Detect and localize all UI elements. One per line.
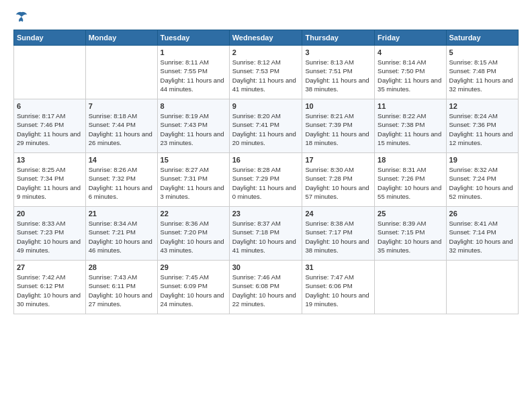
cell-date-number: 31 bbox=[305, 263, 371, 271]
day-header-friday: Friday bbox=[375, 30, 446, 46]
calendar-cell: 8Sunrise: 8:19 AM Sunset: 7:43 PM Daylig… bbox=[157, 99, 229, 153]
calendar-table: SundayMondayTuesdayWednesdayThursdayFrid… bbox=[13, 30, 519, 314]
cell-info-text: Sunrise: 8:19 AM Sunset: 7:43 PM Dayligh… bbox=[161, 111, 226, 147]
calendar-cell: 10Sunrise: 8:21 AM Sunset: 7:39 PM Dayli… bbox=[302, 99, 375, 153]
cell-date-number: 25 bbox=[378, 210, 443, 218]
cell-info-text: Sunrise: 8:41 AM Sunset: 7:14 PM Dayligh… bbox=[449, 219, 515, 255]
cell-date-number: 24 bbox=[305, 210, 371, 218]
cell-info-text: Sunrise: 8:12 AM Sunset: 7:53 PM Dayligh… bbox=[232, 58, 300, 93]
calendar-cell: 22Sunrise: 8:36 AM Sunset: 7:20 PM Dayli… bbox=[157, 207, 229, 261]
cell-date-number: 22 bbox=[161, 210, 226, 218]
calendar-cell: 11Sunrise: 8:22 AM Sunset: 7:38 PM Dayli… bbox=[375, 99, 446, 153]
calendar-week-row: 20Sunrise: 8:33 AM Sunset: 7:23 PM Dayli… bbox=[14, 207, 519, 261]
cell-date-number: 26 bbox=[449, 210, 515, 218]
calendar-cell: 5Sunrise: 8:15 AM Sunset: 7:48 PM Daylig… bbox=[446, 46, 518, 99]
calendar-cell bbox=[375, 261, 446, 314]
calendar-cell: 9Sunrise: 8:20 AM Sunset: 7:41 PM Daylig… bbox=[229, 99, 302, 153]
cell-date-number: 17 bbox=[305, 156, 371, 164]
calendar-cell: 27Sunrise: 7:42 AM Sunset: 6:12 PM Dayli… bbox=[14, 261, 86, 314]
header bbox=[13, 11, 519, 23]
calendar-cell bbox=[446, 261, 518, 314]
cell-date-number: 2 bbox=[232, 48, 300, 56]
cell-date-number: 27 bbox=[17, 263, 83, 271]
cell-info-text: Sunrise: 7:46 AM Sunset: 6:08 PM Dayligh… bbox=[232, 273, 300, 308]
cell-info-text: Sunrise: 8:26 AM Sunset: 7:32 PM Dayligh… bbox=[89, 165, 154, 201]
calendar-cell: 23Sunrise: 8:37 AM Sunset: 7:18 PM Dayli… bbox=[229, 207, 302, 261]
cell-date-number: 30 bbox=[232, 263, 300, 271]
calendar-cell: 24Sunrise: 8:38 AM Sunset: 7:17 PM Dayli… bbox=[302, 207, 375, 261]
calendar-cell: 18Sunrise: 8:31 AM Sunset: 7:26 PM Dayli… bbox=[375, 153, 446, 207]
calendar-cell: 15Sunrise: 8:27 AM Sunset: 7:31 PM Dayli… bbox=[157, 153, 229, 207]
calendar-cell: 31Sunrise: 7:47 AM Sunset: 6:06 PM Dayli… bbox=[302, 261, 375, 314]
calendar-cell: 2Sunrise: 8:12 AM Sunset: 7:53 PM Daylig… bbox=[229, 46, 302, 99]
calendar-cell: 26Sunrise: 8:41 AM Sunset: 7:14 PM Dayli… bbox=[446, 207, 518, 261]
day-header-thursday: Thursday bbox=[302, 30, 375, 46]
cell-info-text: Sunrise: 7:42 AM Sunset: 6:12 PM Dayligh… bbox=[17, 273, 83, 308]
cell-info-text: Sunrise: 8:31 AM Sunset: 7:26 PM Dayligh… bbox=[378, 165, 443, 201]
calendar-week-row: 1Sunrise: 8:11 AM Sunset: 7:55 PM Daylig… bbox=[14, 46, 519, 99]
cell-info-text: Sunrise: 8:15 AM Sunset: 7:48 PM Dayligh… bbox=[449, 58, 515, 93]
calendar-header-row: SundayMondayTuesdayWednesdayThursdayFrid… bbox=[14, 30, 519, 46]
cell-date-number: 8 bbox=[161, 102, 226, 110]
cell-date-number: 18 bbox=[378, 156, 443, 164]
cell-info-text: Sunrise: 8:34 AM Sunset: 7:21 PM Dayligh… bbox=[89, 219, 154, 255]
calendar-cell: 29Sunrise: 7:45 AM Sunset: 6:09 PM Dayli… bbox=[157, 261, 229, 314]
cell-info-text: Sunrise: 7:47 AM Sunset: 6:06 PM Dayligh… bbox=[305, 273, 371, 308]
cell-info-text: Sunrise: 8:24 AM Sunset: 7:36 PM Dayligh… bbox=[449, 111, 515, 147]
calendar-cell: 7Sunrise: 8:18 AM Sunset: 7:44 PM Daylig… bbox=[85, 99, 157, 153]
cell-info-text: Sunrise: 8:37 AM Sunset: 7:18 PM Dayligh… bbox=[232, 219, 300, 255]
cell-date-number: 14 bbox=[89, 156, 154, 164]
cell-info-text: Sunrise: 8:25 AM Sunset: 7:34 PM Dayligh… bbox=[17, 165, 83, 201]
calendar-cell: 20Sunrise: 8:33 AM Sunset: 7:23 PM Dayli… bbox=[14, 207, 86, 261]
day-header-saturday: Saturday bbox=[446, 30, 518, 46]
cell-info-text: Sunrise: 7:45 AM Sunset: 6:09 PM Dayligh… bbox=[161, 273, 226, 308]
cell-date-number: 16 bbox=[232, 156, 300, 164]
calendar-cell: 21Sunrise: 8:34 AM Sunset: 7:21 PM Dayli… bbox=[85, 207, 157, 261]
calendar-cell: 3Sunrise: 8:13 AM Sunset: 7:51 PM Daylig… bbox=[302, 46, 375, 99]
cell-info-text: Sunrise: 8:17 AM Sunset: 7:46 PM Dayligh… bbox=[17, 111, 83, 147]
cell-info-text: Sunrise: 8:18 AM Sunset: 7:44 PM Dayligh… bbox=[89, 111, 154, 147]
cell-info-text: Sunrise: 8:30 AM Sunset: 7:28 PM Dayligh… bbox=[305, 165, 371, 201]
cell-info-text: Sunrise: 8:13 AM Sunset: 7:51 PM Dayligh… bbox=[305, 58, 371, 93]
cell-date-number: 12 bbox=[449, 102, 515, 110]
cell-info-text: Sunrise: 8:28 AM Sunset: 7:29 PM Dayligh… bbox=[232, 165, 300, 201]
cell-date-number: 9 bbox=[232, 102, 300, 110]
cell-date-number: 21 bbox=[89, 210, 154, 218]
calendar-week-row: 13Sunrise: 8:25 AM Sunset: 7:34 PM Dayli… bbox=[14, 153, 519, 207]
calendar-cell: 6Sunrise: 8:17 AM Sunset: 7:46 PM Daylig… bbox=[14, 99, 86, 153]
cell-date-number: 1 bbox=[161, 48, 226, 56]
cell-date-number: 29 bbox=[161, 263, 226, 271]
calendar-week-row: 27Sunrise: 7:42 AM Sunset: 6:12 PM Dayli… bbox=[14, 261, 519, 314]
cell-info-text: Sunrise: 8:27 AM Sunset: 7:31 PM Dayligh… bbox=[161, 165, 226, 201]
calendar-cell: 1Sunrise: 8:11 AM Sunset: 7:55 PM Daylig… bbox=[157, 46, 229, 99]
cell-date-number: 13 bbox=[17, 156, 83, 164]
cell-info-text: Sunrise: 8:11 AM Sunset: 7:55 PM Dayligh… bbox=[161, 58, 226, 93]
cell-date-number: 7 bbox=[89, 102, 154, 110]
day-header-monday: Monday bbox=[85, 30, 157, 46]
day-header-tuesday: Tuesday bbox=[157, 30, 229, 46]
cell-date-number: 4 bbox=[378, 48, 443, 56]
cell-info-text: Sunrise: 8:20 AM Sunset: 7:41 PM Dayligh… bbox=[232, 111, 300, 147]
calendar-cell: 17Sunrise: 8:30 AM Sunset: 7:28 PM Dayli… bbox=[302, 153, 375, 207]
cell-date-number: 6 bbox=[17, 102, 83, 110]
cell-date-number: 23 bbox=[232, 210, 300, 218]
cell-date-number: 15 bbox=[161, 156, 226, 164]
calendar-week-row: 6Sunrise: 8:17 AM Sunset: 7:46 PM Daylig… bbox=[14, 99, 519, 153]
cell-info-text: Sunrise: 8:39 AM Sunset: 7:15 PM Dayligh… bbox=[378, 219, 443, 255]
calendar-cell: 16Sunrise: 8:28 AM Sunset: 7:29 PM Dayli… bbox=[229, 153, 302, 207]
cell-info-text: Sunrise: 8:38 AM Sunset: 7:17 PM Dayligh… bbox=[305, 219, 371, 255]
calendar-cell: 4Sunrise: 8:14 AM Sunset: 7:50 PM Daylig… bbox=[375, 46, 446, 99]
calendar-cell: 12Sunrise: 8:24 AM Sunset: 7:36 PM Dayli… bbox=[446, 99, 518, 153]
cell-date-number: 20 bbox=[17, 210, 83, 218]
cell-date-number: 3 bbox=[305, 48, 371, 56]
cell-info-text: Sunrise: 8:32 AM Sunset: 7:24 PM Dayligh… bbox=[449, 165, 515, 201]
cell-info-text: Sunrise: 8:36 AM Sunset: 7:20 PM Dayligh… bbox=[161, 219, 226, 255]
cell-info-text: Sunrise: 8:14 AM Sunset: 7:50 PM Dayligh… bbox=[378, 58, 443, 93]
cell-date-number: 5 bbox=[449, 48, 515, 56]
calendar-cell: 14Sunrise: 8:26 AM Sunset: 7:32 PM Dayli… bbox=[85, 153, 157, 207]
calendar-cell: 28Sunrise: 7:43 AM Sunset: 6:11 PM Dayli… bbox=[85, 261, 157, 314]
cell-info-text: Sunrise: 8:21 AM Sunset: 7:39 PM Dayligh… bbox=[305, 111, 371, 147]
calendar-cell bbox=[85, 46, 157, 99]
cell-date-number: 10 bbox=[305, 102, 371, 110]
calendar-cell: 19Sunrise: 8:32 AM Sunset: 7:24 PM Dayli… bbox=[446, 153, 518, 207]
